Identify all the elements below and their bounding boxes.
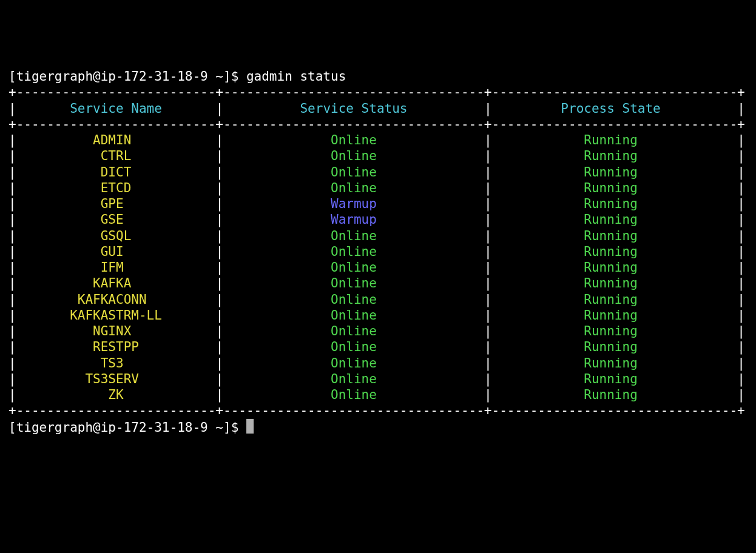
cell-service-name: CTRL — [16, 149, 216, 163]
table-row: | GSE | Warmup | Running | — [8, 212, 748, 227]
cell-service-status: Online — [223, 260, 484, 275]
cell-service-status: Online — [223, 244, 484, 259]
table-row: | KAFKA | Online | Running | — [8, 275, 748, 291]
table-row: | ADMIN | Online | Running | — [8, 132, 748, 148]
cell-service-status: Online — [223, 149, 484, 163]
cell-process-state: Running — [492, 260, 738, 275]
table-row: | RESTPP | Online | Running | — [8, 339, 748, 355]
cell-service-status: Online — [223, 181, 484, 195]
cell-process-state: Running — [492, 340, 738, 354]
cursor-block — [246, 419, 254, 434]
cell-process-state: Running — [492, 181, 738, 195]
shell-prompt: [tigergraph@ip-172-31-18-9 ~]$ — [8, 69, 246, 84]
table-row: | GSQL | Online | Running | — [8, 228, 748, 244]
cell-process-state: Running — [492, 356, 738, 370]
cell-process-state: Running — [492, 244, 738, 259]
table-border-bottom: +--------------------------+------------… — [8, 403, 748, 418]
cell-service-name: RESTPP — [16, 340, 216, 354]
cell-service-status: Online — [223, 340, 484, 354]
cell-service-status: Warmup — [223, 212, 484, 227]
table-row: | ZK | Online | Running | — [8, 387, 748, 403]
prompt-line-2[interactable]: [tigergraph@ip-172-31-18-9 ~]$ — [8, 419, 748, 435]
cell-process-state: Running — [492, 276, 738, 290]
cell-process-state: Running — [492, 292, 738, 307]
cell-service-name: ETCD — [16, 181, 216, 195]
cell-service-status: Online — [223, 292, 484, 307]
cell-service-status: Online — [223, 276, 484, 290]
table-row: | DICT | Online | Running | — [8, 164, 748, 180]
cell-service-name: KAFKA — [16, 276, 216, 290]
table-border-top: +--------------------------+------------… — [8, 84, 748, 100]
cell-service-name: GUI — [16, 244, 216, 259]
table-row: | KAFKASTRM-LL | Online | Running | — [8, 307, 748, 323]
cell-service-status: Online — [223, 133, 484, 147]
cell-service-name: GSQL — [16, 229, 216, 243]
cell-service-status: Online — [223, 229, 484, 243]
table-row: | IFM | Online | Running | — [8, 260, 748, 275]
cell-service-status: Online — [223, 387, 484, 402]
col-service-name: Service Name — [16, 101, 216, 116]
cell-service-name: DICT — [16, 165, 216, 179]
col-process-state: Process State — [492, 101, 738, 116]
cell-service-status: Online — [223, 165, 484, 179]
cell-service-status: Online — [223, 372, 484, 386]
table-row: | ETCD | Online | Running | — [8, 180, 748, 196]
cell-service-name: GPE — [16, 196, 216, 211]
command-text: gadmin status — [246, 69, 346, 84]
table-row: | TS3 | Online | Running | — [8, 355, 748, 371]
cell-service-name: NGINX — [16, 324, 216, 338]
table-row: | GPE | Warmup | Running | — [8, 196, 748, 212]
cell-process-state: Running — [492, 196, 738, 211]
cell-service-status: Online — [223, 308, 484, 323]
col-service-status: Service Status — [223, 101, 484, 116]
cell-service-name: TS3SERV — [16, 372, 216, 386]
cell-service-name: TS3 — [16, 356, 216, 370]
cell-service-name: KAFKASTRM-LL — [16, 308, 216, 323]
cell-process-state: Running — [492, 387, 738, 402]
prompt-line: [tigergraph@ip-172-31-18-9 ~]$ gadmin st… — [8, 69, 748, 84]
cell-process-state: Running — [492, 372, 738, 386]
cell-service-status: Warmup — [223, 196, 484, 211]
cell-process-state: Running — [492, 229, 738, 243]
cell-service-name: GSE — [16, 212, 216, 227]
cell-service-name: ADMIN — [16, 133, 216, 147]
cell-process-state: Running — [492, 133, 738, 147]
table-border-mid: +--------------------------+------------… — [8, 116, 748, 132]
table-row: | NGINX | Online | Running | — [8, 323, 748, 339]
table-row: | CTRL | Online | Running | — [8, 148, 748, 164]
table-header-row: | Service Name | Service Status | Proces… — [8, 101, 748, 116]
table-row: | GUI | Online | Running | — [8, 244, 748, 260]
cell-process-state: Running — [492, 324, 738, 338]
shell-prompt: [tigergraph@ip-172-31-18-9 ~]$ — [8, 420, 246, 435]
table-row: | TS3SERV | Online | Running | — [8, 371, 748, 387]
cell-service-name: KAFKACONN — [16, 292, 216, 307]
cell-service-status: Online — [223, 356, 484, 370]
cell-process-state: Running — [492, 165, 738, 179]
cell-process-state: Running — [492, 149, 738, 163]
cell-process-state: Running — [492, 212, 738, 227]
cell-process-state: Running — [492, 308, 738, 323]
terminal-output: [tigergraph@ip-172-31-18-9 ~]$ gadmin st… — [8, 69, 748, 435]
cell-service-name: IFM — [16, 260, 216, 275]
cell-service-name: ZK — [16, 387, 216, 402]
table-row: | KAFKACONN | Online | Running | — [8, 292, 748, 307]
cell-service-status: Online — [223, 324, 484, 338]
